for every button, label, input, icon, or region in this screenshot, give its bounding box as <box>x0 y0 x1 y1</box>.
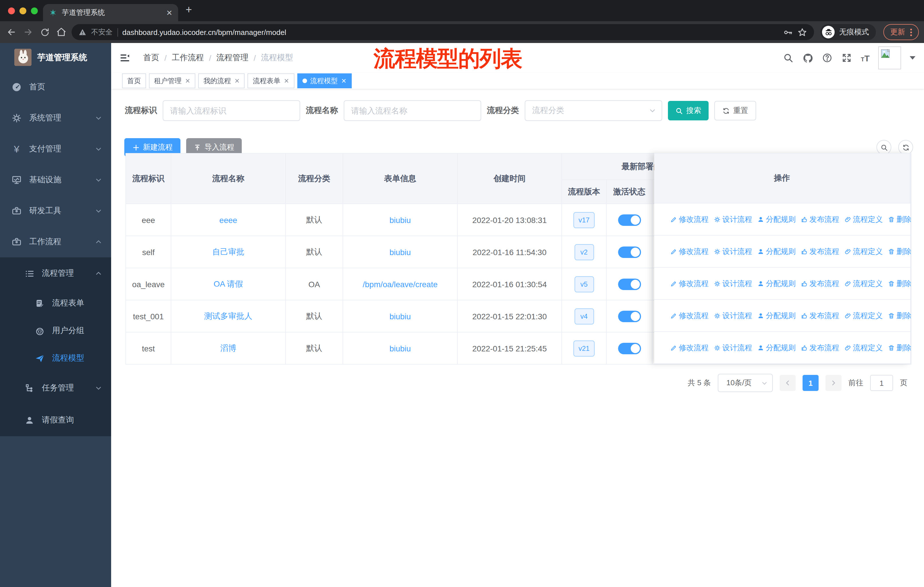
process-key-input[interactable] <box>163 100 300 121</box>
publish-process-link[interactable]: 发布流程 <box>801 246 839 256</box>
version-badge[interactable]: v21 <box>573 340 595 356</box>
publish-process-link[interactable]: 发布流程 <box>801 311 839 321</box>
sidebar-item-home[interactable]: 首页 <box>0 72 111 103</box>
close-icon[interactable]: ✕ <box>341 77 346 84</box>
version-badge[interactable]: v2 <box>574 244 594 260</box>
zoom-window-button[interactable] <box>31 7 38 14</box>
github-icon[interactable] <box>802 53 813 63</box>
form-link[interactable]: biubiu <box>389 247 411 256</box>
close-icon[interactable]: ✕ <box>284 77 289 84</box>
home-icon[interactable] <box>55 26 68 38</box>
active-toggle[interactable] <box>618 278 641 290</box>
delete-link[interactable]: 删除 <box>888 311 911 321</box>
process-definition-link[interactable]: 流程定义 <box>844 246 883 256</box>
version-badge[interactable]: v5 <box>574 276 594 292</box>
tag-process-model[interactable]: 流程模型 ✕ <box>297 73 351 88</box>
browser-menu-icon[interactable] <box>910 28 912 36</box>
design-process-link[interactable]: 设计流程 <box>714 214 752 225</box>
avatar[interactable] <box>878 46 901 69</box>
modify-process-link[interactable]: 修改流程 <box>670 214 709 225</box>
sidebar-item-process-mgmt[interactable]: 流程管理 <box>0 257 111 289</box>
process-name-link[interactable]: eeee <box>219 215 237 225</box>
form-link[interactable]: biubiu <box>389 344 411 353</box>
active-toggle[interactable] <box>618 342 641 354</box>
forward-icon[interactable] <box>22 26 35 38</box>
active-toggle[interactable] <box>618 214 641 226</box>
bookmark-star-icon[interactable] <box>797 27 807 37</box>
assign-rule-link[interactable]: 分配规则 <box>757 342 796 353</box>
publish-process-link[interactable]: 发布流程 <box>801 278 839 289</box>
process-definition-link[interactable]: 流程定义 <box>844 342 883 353</box>
window-controls[interactable] <box>8 7 38 14</box>
tag-process-form[interactable]: 流程表单 ✕ <box>248 73 294 88</box>
goto-page-input[interactable] <box>870 375 893 391</box>
security-label[interactable]: 不安全 <box>91 27 112 37</box>
collapse-sidebar-icon[interactable] <box>119 52 130 64</box>
fullscreen-icon[interactable] <box>841 53 852 63</box>
current-page-button[interactable]: 1 <box>803 375 818 391</box>
prev-page-button[interactable] <box>780 375 796 391</box>
assign-rule-link[interactable]: 分配规则 <box>757 246 796 256</box>
process-name-link[interactable]: 自己审批 <box>212 247 244 256</box>
active-toggle[interactable] <box>618 246 641 258</box>
address-bar[interactable]: 不安全 dashboard.yudao.iocoder.cn/bpm/manag… <box>72 24 814 40</box>
sidebar-item-workflow[interactable]: 工作流程 <box>0 227 111 257</box>
design-process-link[interactable]: 设计流程 <box>714 342 752 353</box>
design-process-link[interactable]: 设计流程 <box>714 278 752 289</box>
avatar-caret-icon[interactable] <box>910 56 916 60</box>
sidebar-item-leave-query[interactable]: 请假查询 <box>0 404 111 436</box>
form-link[interactable]: biubiu <box>389 312 411 321</box>
sidebar-item-infra[interactable]: 基础设施 <box>0 165 111 195</box>
search-icon[interactable] <box>783 53 794 63</box>
app-logo-row[interactable]: 芋道管理系统 <box>0 43 111 72</box>
tag-home[interactable]: 首页 <box>122 73 146 88</box>
process-name-link[interactable]: 滔博 <box>220 343 236 352</box>
tag-tenant[interactable]: 租户管理 ✕ <box>149 73 195 88</box>
toggle-search-button[interactable] <box>876 140 891 155</box>
key-icon[interactable] <box>783 27 793 37</box>
delete-link[interactable]: 删除 <box>888 246 911 256</box>
browser-update-button[interactable]: 更新 <box>883 24 919 40</box>
version-badge[interactable]: v4 <box>574 308 594 324</box>
version-badge[interactable]: v17 <box>573 212 595 228</box>
process-name-link[interactable]: 测试多审批人 <box>204 311 252 320</box>
sidebar-item-payment[interactable]: ¥ 支付管理 <box>0 134 111 165</box>
category-select[interactable]: 流程分类 <box>525 100 662 121</box>
assign-rule-link[interactable]: 分配规则 <box>757 214 796 225</box>
form-link[interactable]: biubiu <box>389 215 411 225</box>
reset-button[interactable]: 重置 <box>714 101 756 121</box>
new-tab-button[interactable]: + <box>186 3 192 16</box>
modify-process-link[interactable]: 修改流程 <box>670 278 709 289</box>
process-definition-link[interactable]: 流程定义 <box>844 214 883 225</box>
page-size-select[interactable]: 10条/页 <box>718 374 773 392</box>
close-icon[interactable]: ✕ <box>185 77 190 84</box>
modify-process-link[interactable]: 修改流程 <box>670 311 709 321</box>
url-text[interactable]: dashboard.yudao.iocoder.cn/bpm/manager/m… <box>122 28 286 36</box>
active-toggle[interactable] <box>618 311 641 322</box>
process-name-link[interactable]: OA 请假 <box>214 279 243 288</box>
sidebar-item-process-model[interactable]: 流程模型 <box>0 344 111 372</box>
help-icon[interactable] <box>822 53 833 63</box>
process-name-input[interactable] <box>344 100 481 121</box>
breadcrumb-home[interactable]: 首页 <box>143 53 159 63</box>
browser-tab[interactable]: 芋道管理系统 ✕ <box>43 4 178 21</box>
sidebar-item-devtools[interactable]: 研发工具 <box>0 195 111 227</box>
design-process-link[interactable]: 设计流程 <box>714 246 752 256</box>
breadcrumb-workflow[interactable]: 工作流程 <box>172 53 204 63</box>
sidebar-item-user-group[interactable]: 用户分组 <box>0 317 111 344</box>
close-icon[interactable]: ✕ <box>234 77 239 84</box>
refresh-table-button[interactable] <box>898 140 913 155</box>
sidebar-item-process-form[interactable]: 流程表单 <box>0 289 111 317</box>
publish-process-link[interactable]: 发布流程 <box>801 214 839 225</box>
font-size-icon[interactable]: TT <box>861 53 870 63</box>
process-definition-link[interactable]: 流程定义 <box>844 311 883 321</box>
design-process-link[interactable]: 设计流程 <box>714 311 752 321</box>
process-definition-link[interactable]: 流程定义 <box>844 278 883 289</box>
publish-process-link[interactable]: 发布流程 <box>801 342 839 353</box>
breadcrumb-process-mgmt[interactable]: 流程管理 <box>216 53 249 63</box>
form-link[interactable]: /bpm/oa/leave/create <box>363 279 438 289</box>
delete-link[interactable]: 删除 <box>888 214 911 225</box>
modify-process-link[interactable]: 修改流程 <box>670 246 709 256</box>
next-page-button[interactable] <box>825 375 842 391</box>
modify-process-link[interactable]: 修改流程 <box>670 342 709 353</box>
